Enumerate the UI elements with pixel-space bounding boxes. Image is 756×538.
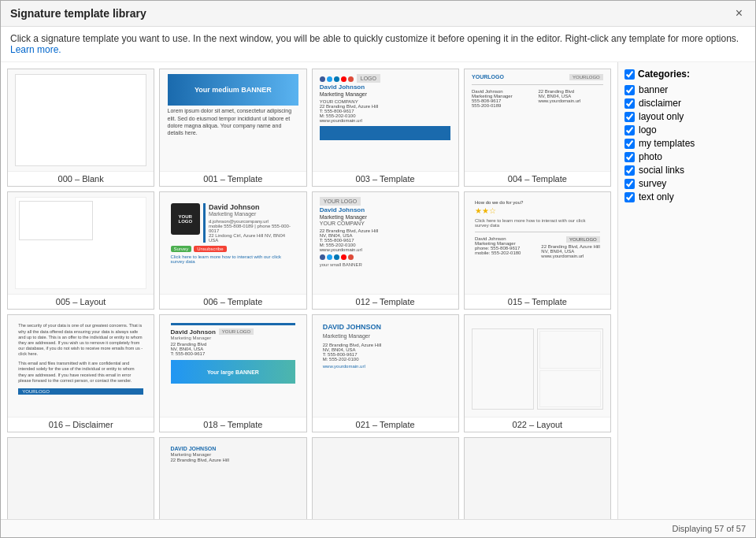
name: David Johnson <box>171 328 216 336</box>
dialog-subheader: Click a signature template you want to u… <box>1 27 755 62</box>
template-cell[interactable]: DAVID JOHNSON Marketing Manager 22 Brand… <box>312 314 459 432</box>
category-checkbox-banner[interactable] <box>624 85 635 95</box>
template-cell[interactable]: 005 – Layout <box>7 191 154 310</box>
category-checkbox-my-templates[interactable] <box>624 139 635 149</box>
contact-details: YOUR COMPANY 22 Branding Blvd, Azure Hil… <box>320 99 451 123</box>
logo-box: YOURLOGO <box>171 203 201 235</box>
template-preview-000 <box>8 69 154 172</box>
category-item-photo[interactable]: photo <box>624 151 749 162</box>
category-item-disclaimer[interactable]: disclaimer <box>624 98 749 109</box>
category-label-my-templates: my templates <box>639 138 695 149</box>
template-cell[interactable]: YOURLOGO David Johnson Marketing Manager… <box>159 191 306 310</box>
template-label-005: 005 – Layout <box>54 295 108 309</box>
category-checkbox-disclaimer[interactable] <box>624 98 635 109</box>
category-checkbox-social-links[interactable] <box>624 165 635 176</box>
category-item-logo[interactable]: logo <box>624 124 749 135</box>
template-cell[interactable]: LOGO David Johnson Marketing Manager YOU… <box>312 69 459 187</box>
category-checkbox-layout-only[interactable] <box>624 112 635 122</box>
address-right: 22 Branding Blvd, Azure HillNV, BN04, US… <box>541 244 599 258</box>
categories-sidebar: Categories: banner disclaimer layout onl… <box>617 62 755 519</box>
template-grid-scroll[interactable]: 000 – Blank Your medium BANNER Lorem ips… <box>1 62 617 519</box>
logo2-preview: YOURLOGO YOURLOGO David JohnsonMarketing… <box>472 74 603 165</box>
template-preview-003: LOGO David Johnson Marketing Manager YOU… <box>313 69 458 172</box>
template-cell[interactable]: DAVID JOHNSON Marketing Manager 22 Brand… <box>159 437 306 519</box>
template-label-003: 003 – Template <box>354 172 417 186</box>
disclaimer-text: The security of your data is one of our … <box>18 323 143 357</box>
blank-preview <box>15 74 146 165</box>
template-preview-016: The security of your data is one of our … <box>8 315 154 417</box>
categories-title: Categories: <box>624 69 749 80</box>
template-grid: 000 – Blank Your medium BANNER Lorem ips… <box>7 69 611 519</box>
template-cell[interactable]: YOURLOGO YOURLOGO David JohnsonMarketing… <box>464 69 611 187</box>
category-item-social-links[interactable]: social links <box>624 165 749 176</box>
template-cell[interactable] <box>464 437 611 519</box>
logo-row: LOGO <box>320 74 451 83</box>
logo-text: YOURLOGO <box>472 74 504 80</box>
template-preview-012: YOUR LOGO David Johnson Marketing Manage… <box>313 192 458 295</box>
template-cell[interactable]: David Johnson Marketing Manager 22 Brand… <box>159 314 306 432</box>
banner-preview: Your medium BANNER Lorem ipsum dolor sit… <box>168 74 299 165</box>
categories-all-checkbox[interactable] <box>624 69 635 80</box>
contact-title: Marketing Manager <box>320 91 451 97</box>
015-preview: How do we do for you? ★★☆ Click here to … <box>472 197 603 288</box>
category-checkbox-text-only[interactable] <box>624 192 635 202</box>
fb <box>320 254 325 260</box>
template-preview-005 <box>8 192 154 295</box>
template-preview-004: YOURLOGO YOURLOGO David JohnsonMarketing… <box>465 69 610 172</box>
star-rating: ★★☆ <box>475 206 600 215</box>
close-button[interactable]: × <box>732 7 746 20</box>
dialog-header: Signature template library × <box>1 1 755 27</box>
tagline: your small BANNER <box>320 262 451 267</box>
facebook-icon <box>320 76 325 82</box>
template-cell[interactable]: 022 – Layout <box>464 314 611 432</box>
category-checkbox-logo[interactable] <box>624 125 635 135</box>
info-right: YOURLOGO 22 Branding Blvd, Azure HillNV,… <box>538 236 599 258</box>
info-grid: David JohnsonMarketing Managerphone: 555… <box>475 236 600 258</box>
left-col <box>472 328 534 410</box>
template-cell[interactable]: The security of your data is one of our … <box>7 314 154 432</box>
contact: 22 Branding Blvd NV, BN04, USA T: 555-80… <box>171 342 216 356</box>
template-cell[interactable]: 000 – Blank <box>7 69 154 187</box>
gplus-icon <box>348 76 354 82</box>
banner-image: Your medium BANNER <box>168 74 299 106</box>
logo: YOUR LOGO <box>320 197 361 206</box>
right-bottom <box>539 370 600 408</box>
template-cell[interactable]: How do we do for you? ★★☆ Click here to … <box>464 191 611 310</box>
yt <box>341 254 346 260</box>
template-cell[interactable]: Your medium BANNER Lorem ipsum dolor sit… <box>159 69 306 187</box>
template-label-012: 012 – Template <box>354 295 417 309</box>
template-cell[interactable] <box>7 437 154 519</box>
small-banner <box>320 126 451 140</box>
top-row: YOURLOGO YOURLOGO <box>472 74 603 80</box>
dialog-title: Signature template library <box>10 7 146 20</box>
category-label-photo: photo <box>639 151 662 162</box>
category-item-my-templates[interactable]: my templates <box>624 138 749 149</box>
category-checkbox-survey[interactable] <box>624 179 635 189</box>
category-item-layout-only[interactable]: layout only <box>624 111 749 122</box>
btn-unsubscribe: Unsubscribe <box>194 246 226 252</box>
category-item-banner[interactable]: banner <box>624 84 749 95</box>
018-preview: David Johnson Marketing Manager 22 Brand… <box>168 320 299 411</box>
right-logo: YOUR LOGO <box>219 328 254 356</box>
template-label-021: 021 – Template <box>354 417 417 432</box>
template-cell[interactable]: YOUR LOGO David Johnson Marketing Manage… <box>312 191 459 310</box>
logo-row: YOUR LOGO <box>320 197 451 206</box>
template-label-006: 006 – Template <box>202 295 264 309</box>
partial2-name: DAVID JOHNSON <box>171 446 296 451</box>
social <box>320 254 451 260</box>
divider-bar <box>203 203 206 243</box>
layout-preview <box>15 197 146 288</box>
category-checkbox-photo[interactable] <box>624 152 635 162</box>
category-item-survey[interactable]: survey <box>624 178 749 189</box>
divider <box>472 84 603 85</box>
template-cell[interactable] <box>312 437 459 519</box>
title: Marketing Manager <box>320 214 451 220</box>
large-banner: Your large BANNER <box>171 360 296 384</box>
category-item-text-only[interactable]: text only <box>624 191 749 202</box>
company: YOUR COMPANY <box>320 221 451 226</box>
logo-r: YOURLOGO <box>569 74 603 80</box>
person-name: David Johnson <box>209 203 295 211</box>
info-right: 22 Branding BlvdNV, BN04, USAwww.yourdom… <box>538 89 602 108</box>
address-row: 22 Lindong Ctrl, Azure Hill NV, BN04 USA <box>209 233 295 243</box>
learn-more-link[interactable]: Learn more. <box>10 44 61 55</box>
